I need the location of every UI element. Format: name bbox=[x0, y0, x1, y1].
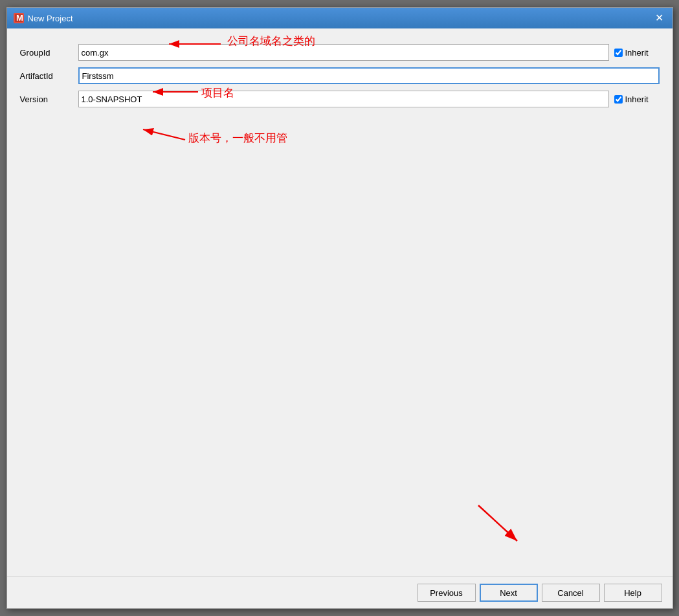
artifactid-input[interactable] bbox=[78, 67, 660, 84]
version-inherit-checkbox[interactable] bbox=[614, 95, 623, 104]
version-inherit: Inherit bbox=[614, 94, 660, 104]
close-button[interactable]: ✕ bbox=[653, 12, 666, 25]
dialog-footer: Previous Next Cancel Help bbox=[7, 577, 673, 608]
app-icon: M bbox=[14, 13, 24, 23]
groupid-inherit-label: Inherit bbox=[625, 48, 649, 58]
window-title: New Project bbox=[28, 14, 73, 23]
artifactid-row: ArtifactId bbox=[20, 67, 660, 84]
artifactid-label: ArtifactId bbox=[20, 71, 78, 81]
groupid-label: GroupId bbox=[20, 48, 78, 58]
title-bar-left: M New Project bbox=[14, 13, 73, 23]
svg-text:M: M bbox=[16, 14, 23, 23]
version-inherit-label: Inherit bbox=[625, 94, 649, 104]
next-button-arrow bbox=[465, 499, 543, 564]
previous-button[interactable]: Previous bbox=[417, 584, 476, 602]
groupid-row: GroupId Inherit bbox=[20, 44, 660, 61]
next-button[interactable]: Next bbox=[480, 584, 538, 602]
title-bar: M New Project ✕ bbox=[7, 8, 673, 28]
dialog-content: GroupId Inherit ArtifactId Version Inher… bbox=[7, 28, 673, 577]
help-button[interactable]: Help bbox=[604, 584, 662, 602]
groupid-inherit-checkbox[interactable] bbox=[614, 49, 623, 57]
version-annotation: 版本号，一般不用管 bbox=[188, 131, 287, 146]
new-project-dialog: M New Project ✕ GroupId Inherit Artifact… bbox=[6, 7, 673, 609]
version-label: Version bbox=[20, 94, 78, 104]
groupid-input[interactable] bbox=[78, 44, 609, 61]
version-arrow bbox=[107, 113, 250, 151]
version-input[interactable] bbox=[78, 91, 609, 107]
cancel-button[interactable]: Cancel bbox=[542, 584, 600, 602]
version-row: Version Inherit bbox=[20, 91, 660, 107]
groupid-inherit: Inherit bbox=[614, 48, 660, 58]
